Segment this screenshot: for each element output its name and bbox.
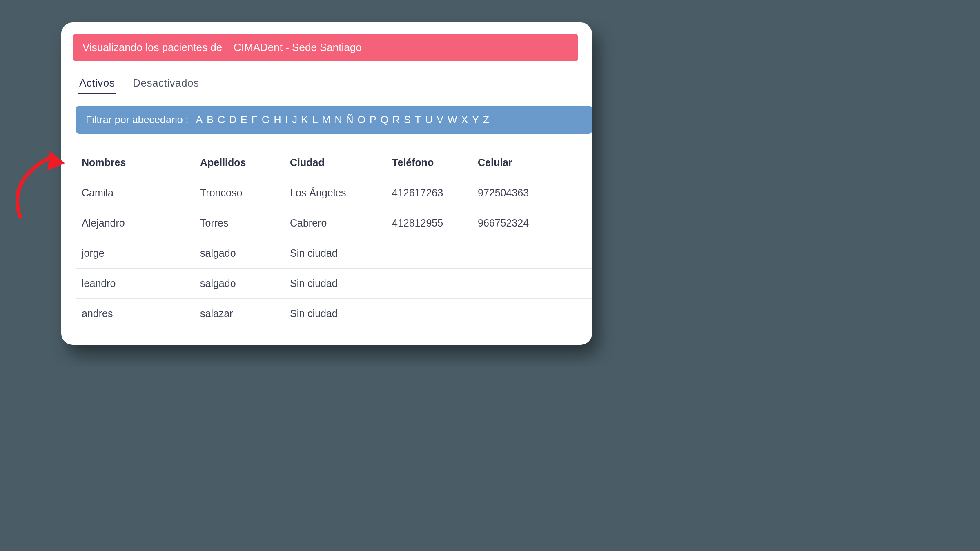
cell-nombres: jorge xyxy=(82,247,200,259)
alphabet-letter[interactable]: K xyxy=(301,114,309,126)
cell-apellidos: Torres xyxy=(200,217,290,229)
tabs: Activos Desactivados xyxy=(78,73,592,94)
header-ciudad: Ciudad xyxy=(290,157,392,169)
patients-card: Visualizando los pacientes de CIMADent -… xyxy=(61,22,592,345)
filter-label: Filtrar por abecedario : xyxy=(86,114,189,126)
location-banner: Visualizando los pacientes de CIMADent -… xyxy=(73,34,578,61)
table-header-row: Nombres Apellidos Ciudad Teléfono Celula… xyxy=(76,148,592,178)
cell-nombres: leandro xyxy=(82,278,200,289)
alphabet-letter[interactable]: F xyxy=(252,114,258,126)
alphabet-letter[interactable]: C xyxy=(218,114,226,126)
alphabet-letter[interactable]: Z xyxy=(483,114,490,126)
cell-apellidos: salazar xyxy=(200,308,290,320)
patients-table: Nombres Apellidos Ciudad Teléfono Celula… xyxy=(76,148,592,329)
alphabet-letter[interactable]: T xyxy=(415,114,422,126)
alphabet-letter[interactable]: U xyxy=(425,114,433,126)
cell-ciudad: Sin ciudad xyxy=(290,308,392,320)
table-row[interactable]: CamilaTroncosoLos Ángeles412617263972504… xyxy=(76,178,592,208)
alphabet-letter[interactable]: E xyxy=(241,114,248,126)
header-nombres: Nombres xyxy=(82,157,200,169)
alphabet-letter[interactable]: I xyxy=(285,114,289,126)
alphabet-letter[interactable]: V xyxy=(437,114,444,126)
alphabet-letter[interactable]: N xyxy=(334,114,343,126)
cell-celular xyxy=(478,247,559,259)
cell-nombres: Camila xyxy=(82,187,200,199)
cell-ciudad: Sin ciudad xyxy=(290,278,392,289)
cell-celular xyxy=(478,278,559,289)
alphabet-letter[interactable]: W xyxy=(448,114,458,126)
cell-telefono xyxy=(392,247,478,259)
cell-celular xyxy=(478,308,559,320)
cell-celular: 966752324 xyxy=(478,217,559,229)
banner-prefix: Visualizando los pacientes de xyxy=(82,41,222,54)
cell-nombres: andres xyxy=(82,308,200,320)
alphabet-letter[interactable]: H xyxy=(274,114,282,126)
alphabet-letter[interactable]: L xyxy=(312,114,319,126)
alphabet-letter[interactable]: P xyxy=(370,114,377,126)
alphabet-letter[interactable]: D xyxy=(229,114,237,126)
alphabet-letter[interactable]: R xyxy=(392,114,401,126)
alphabet-letter[interactable]: A xyxy=(196,114,204,126)
alphabet-letter[interactable]: B xyxy=(207,114,214,126)
tab-activos[interactable]: Activos xyxy=(78,73,116,94)
alphabet-filter-bar: Filtrar por abecedario : ABCDEFGHIJKLMNÑ… xyxy=(76,106,592,134)
alphabet-letter[interactable]: J xyxy=(292,114,298,126)
table-row[interactable]: AlejandroTorresCabrero412812955966752324 xyxy=(76,208,592,238)
header-apellidos: Apellidos xyxy=(200,157,290,169)
tab-desactivados[interactable]: Desactivados xyxy=(131,73,200,94)
table-row[interactable]: andressalazarSin ciudad xyxy=(76,299,592,329)
cell-ciudad: Los Ángeles xyxy=(290,187,392,199)
cell-nombres: Alejandro xyxy=(82,217,200,229)
cell-apellidos: salgado xyxy=(200,278,290,289)
header-telefono: Teléfono xyxy=(392,157,478,169)
cell-telefono: 412812955 xyxy=(392,217,478,229)
cell-ciudad: Cabrero xyxy=(290,217,392,229)
banner-location: CIMADent - Sede Santiago xyxy=(234,41,362,54)
alphabet-letters: ABCDEFGHIJKLMNÑOPQRSTUVWXYZ xyxy=(196,114,490,126)
cell-ciudad: Sin ciudad xyxy=(290,247,392,259)
alphabet-letter[interactable]: M xyxy=(322,114,332,126)
header-celular: Celular xyxy=(478,157,559,169)
alphabet-letter[interactable]: Q xyxy=(381,114,389,126)
alphabet-letter[interactable]: O xyxy=(358,114,366,126)
alphabet-letter[interactable]: Ñ xyxy=(346,114,354,126)
cell-apellidos: salgado xyxy=(200,247,290,259)
table-row[interactable]: jorgesalgadoSin ciudad xyxy=(76,238,592,269)
cell-telefono xyxy=(392,278,478,289)
cell-telefono: 412617263 xyxy=(392,187,478,199)
cell-apellidos: Troncoso xyxy=(200,187,290,199)
alphabet-letter[interactable]: S xyxy=(404,114,412,126)
alphabet-letter[interactable]: X xyxy=(461,114,469,126)
cell-telefono xyxy=(392,308,478,320)
alphabet-letter[interactable]: Y xyxy=(472,114,480,126)
cell-celular: 972504363 xyxy=(478,187,559,199)
table-row[interactable]: leandrosalgadoSin ciudad xyxy=(76,269,592,299)
alphabet-letter[interactable]: G xyxy=(262,114,270,126)
